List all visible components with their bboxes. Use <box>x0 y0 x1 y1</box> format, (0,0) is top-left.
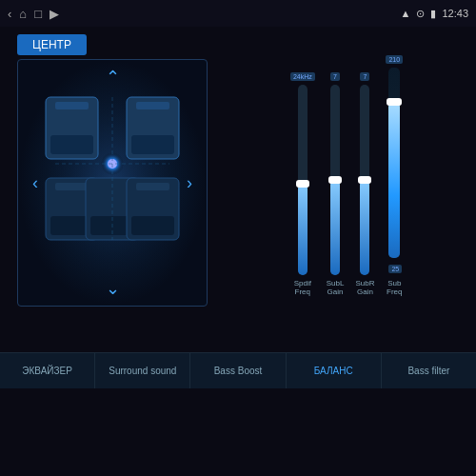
clock: 12:43 <box>442 8 468 19</box>
right-panel: 24kHz SpdifFreq 7 SubLGain 7 <box>225 34 468 345</box>
svg-rect-6 <box>136 102 169 109</box>
svg-rect-2 <box>50 135 93 154</box>
subr-gain-label: SubRGain <box>355 279 374 297</box>
svg-rect-13 <box>131 216 174 235</box>
subl-gain-fill <box>330 180 340 275</box>
subr-gain-track[interactable] <box>360 85 369 275</box>
spdif-freq-track[interactable] <box>298 85 307 275</box>
svg-rect-9 <box>55 183 89 190</box>
seat-visual <box>36 78 188 288</box>
subl-gain-thumb[interactable] <box>328 176 342 184</box>
tab-bassboost[interactable]: Bass Boost <box>190 353 286 388</box>
tab-surround[interactable]: Surround sound <box>95 353 190 388</box>
play-icon[interactable]: ▶ <box>50 7 59 21</box>
main-content: ЦЕНТР ⌃ ‹ › ⌄ <box>0 27 476 352</box>
status-right: ▲ ⊙ ▮ 12:43 <box>401 8 468 20</box>
signal-icon: ▲ <box>401 8 411 19</box>
spdif-freq-fill <box>298 184 307 275</box>
tab-bassfilter[interactable]: Bass filter <box>382 353 476 388</box>
center-button[interactable]: ЦЕНТР <box>17 34 87 55</box>
spdif-freq-top-value: 24kHz <box>290 72 315 81</box>
left-panel: ЦЕНТР ⌃ ‹ › ⌄ <box>8 34 217 345</box>
seats-svg <box>36 78 188 288</box>
svg-rect-5 <box>131 135 174 154</box>
sub-freq-thumb[interactable] <box>387 98 402 106</box>
subr-gain-top-value: 7 <box>360 72 369 81</box>
sliders-area: 24kHz SpdifFreq 7 SubLGain 7 <box>228 38 465 305</box>
battery-icon: ▮ <box>430 8 436 20</box>
home-icon[interactable]: ⌂ <box>19 7 27 21</box>
sub-freq-label: SubFreq <box>387 279 402 297</box>
sub-freq-fill <box>388 102 400 258</box>
subr-gain-fill <box>360 180 369 275</box>
subl-gain-top-value: 7 <box>330 72 340 81</box>
nav-controls: ‹ ⌂ □ ▶ <box>8 7 59 21</box>
spdif-freq-label: SpdifFreq <box>294 279 311 297</box>
subr-gain-thumb[interactable] <box>358 176 371 184</box>
svg-rect-14 <box>136 183 169 190</box>
svg-rect-3 <box>55 102 89 109</box>
status-bar: ‹ ⌂ □ ▶ ▲ ⊙ ▮ 12:43 <box>0 0 476 27</box>
slider-subr-gain: 7 SubRGain <box>355 72 374 297</box>
seat-visualization-container: ⌃ ‹ › ⌄ <box>17 59 208 307</box>
sub-freq-track[interactable] <box>388 68 400 258</box>
slider-sub-freq: 210 25 SubFreq <box>386 55 403 297</box>
sub-freq-top-value: 210 <box>386 55 403 64</box>
slider-subl-gain: 7 SubLGain <box>327 72 345 297</box>
slider-spdif-freq: 24kHz SpdifFreq <box>290 72 315 297</box>
subl-gain-track[interactable] <box>330 85 340 275</box>
window-icon[interactable]: □ <box>34 7 42 21</box>
wifi-icon: ⊙ <box>416 8 425 20</box>
back-icon[interactable]: ‹ <box>8 7 11 21</box>
subl-gain-label: SubLGain <box>327 279 345 297</box>
tab-bar: ЭКВАЙЗЕР Surround sound Bass Boost БАЛАН… <box>0 352 476 388</box>
sub-freq-bottom-badge: 25 <box>388 265 402 273</box>
spdif-freq-thumb[interactable] <box>296 180 309 188</box>
tab-balance[interactable]: БАЛАНС <box>287 353 382 388</box>
tab-equalizer[interactable]: ЭКВАЙЗЕР <box>0 353 95 388</box>
